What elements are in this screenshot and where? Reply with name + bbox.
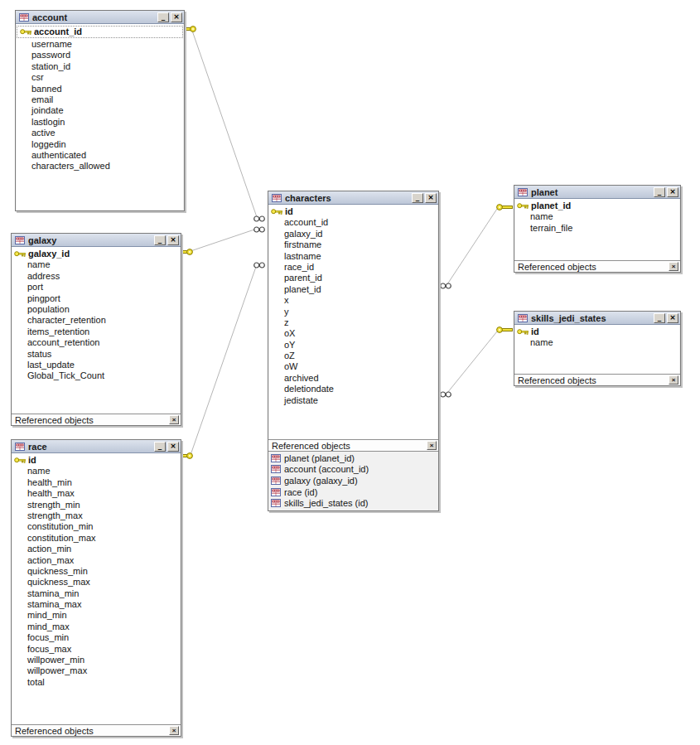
collapse-icon[interactable]: ×: [169, 415, 179, 424]
field-row[interactable]: name: [514, 211, 680, 222]
titlebar[interactable]: characters _ ×: [268, 191, 438, 205]
field-row[interactable]: oY: [268, 340, 438, 351]
field-row[interactable]: address: [12, 271, 181, 282]
field-row[interactable]: joindate: [16, 105, 184, 116]
referenced-object-row[interactable]: galaxy (galaxy_id): [268, 475, 438, 486]
field-row[interactable]: planet_id: [268, 284, 438, 295]
field-row[interactable]: willpower_max: [12, 665, 181, 676]
close-button[interactable]: ×: [425, 193, 437, 203]
titlebar[interactable]: account _ ×: [16, 11, 184, 24]
field-row[interactable]: username: [16, 39, 184, 50]
field-row[interactable]: strength_min: [12, 500, 181, 510]
referenced-objects-bar[interactable]: Referenced objects ×: [514, 374, 680, 385]
titlebar[interactable]: skills_jedi_states _ ×: [514, 312, 680, 325]
titlebar[interactable]: galaxy _ ×: [12, 234, 181, 247]
close-button[interactable]: ×: [167, 442, 179, 452]
field-row[interactable]: lastname: [268, 251, 438, 262]
field-row[interactable]: total: [12, 677, 181, 688]
field-row[interactable]: action_min: [12, 544, 181, 554]
field-row[interactable]: constitution_min: [12, 521, 181, 532]
field-row[interactable]: race_id: [268, 262, 438, 273]
minimize-button[interactable]: _: [154, 235, 166, 245]
field-row[interactable]: account_retention: [12, 337, 181, 348]
field-row[interactable]: jedistate: [268, 395, 438, 406]
field-row[interactable]: port: [12, 282, 181, 293]
close-button[interactable]: ×: [667, 313, 678, 323]
field-row[interactable]: active: [16, 128, 184, 138]
close-button[interactable]: ×: [171, 12, 182, 22]
field-row[interactable]: characters_allowed: [16, 161, 184, 172]
referenced-object-row[interactable]: account (account_id): [268, 464, 438, 476]
referenced-objects-bar[interactable]: Referenced objects ×: [12, 414, 181, 425]
field-row[interactable]: name: [514, 337, 680, 348]
referenced-object-row[interactable]: race (id): [268, 486, 438, 498]
field-row[interactable]: oX: [268, 328, 438, 339]
referenced-objects-bar[interactable]: Referenced objects ×: [268, 439, 438, 451]
field-row[interactable]: deletiondate: [268, 384, 438, 394]
close-button[interactable]: ×: [667, 187, 678, 197]
field-row[interactable]: account_id: [268, 217, 438, 228]
field-row[interactable]: focus_min: [12, 632, 181, 643]
key-field-row[interactable]: id: [514, 327, 680, 337]
field-row[interactable]: station_id: [16, 61, 184, 72]
field-row[interactable]: x: [268, 295, 438, 306]
key-field-row[interactable]: id: [268, 206, 438, 217]
field-row[interactable]: strength_max: [12, 510, 181, 521]
minimize-button[interactable]: _: [157, 12, 169, 22]
field-row[interactable]: oW: [268, 361, 438, 372]
field-row[interactable]: last_update: [12, 360, 181, 370]
field-row[interactable]: oZ: [268, 351, 438, 361]
field-row[interactable]: stamina_max: [12, 599, 181, 610]
field-row[interactable]: character_retention: [12, 315, 181, 326]
collapse-icon[interactable]: ×: [169, 726, 179, 735]
field-row[interactable]: password: [16, 50, 184, 60]
minimize-button[interactable]: _: [412, 193, 423, 203]
minimize-button[interactable]: _: [654, 313, 665, 323]
close-button[interactable]: ×: [167, 235, 179, 245]
field-row[interactable]: parent_id: [268, 273, 438, 283]
minimize-button[interactable]: _: [154, 442, 166, 452]
field-row[interactable]: email: [16, 94, 184, 105]
key-field-row[interactable]: account_id: [17, 26, 183, 38]
field-row[interactable]: authenticated: [16, 150, 184, 161]
field-row[interactable]: name: [12, 259, 181, 270]
titlebar[interactable]: race _ ×: [12, 440, 181, 453]
referenced-object-row[interactable]: skills_jedi_states (id): [268, 497, 438, 509]
field-row[interactable]: status: [12, 349, 181, 360]
field-row[interactable]: quickness_max: [12, 577, 181, 588]
field-row[interactable]: pingport: [12, 293, 181, 304]
field-row[interactable]: Global_Tick_Count: [12, 370, 181, 381]
field-row[interactable]: loggedin: [16, 139, 184, 150]
field-row[interactable]: constitution_max: [12, 533, 181, 544]
field-row[interactable]: health_min: [12, 477, 181, 488]
field-row[interactable]: csr: [16, 72, 184, 83]
collapse-icon[interactable]: ×: [669, 262, 678, 271]
field-row[interactable]: items_retention: [12, 327, 181, 337]
field-row[interactable]: willpower_min: [12, 655, 181, 665]
field-row[interactable]: z: [268, 317, 438, 328]
referenced-object-row[interactable]: planet (planet_id): [268, 452, 438, 464]
key-field-row[interactable]: galaxy_id: [12, 249, 181, 259]
field-row[interactable]: stamina_min: [12, 588, 181, 599]
titlebar[interactable]: planet _ ×: [514, 186, 680, 199]
referenced-objects-bar[interactable]: Referenced objects ×: [514, 260, 680, 272]
field-row[interactable]: y: [268, 307, 438, 317]
field-row[interactable]: terrain_file: [514, 223, 680, 234]
referenced-objects-bar[interactable]: Referenced objects ×: [12, 724, 181, 736]
key-field-row[interactable]: planet_id: [514, 201, 680, 211]
field-row[interactable]: name: [12, 466, 181, 477]
key-field-row[interactable]: id: [12, 455, 181, 466]
field-row[interactable]: action_max: [12, 555, 181, 566]
field-row[interactable]: mind_max: [12, 622, 181, 632]
minimize-button[interactable]: _: [654, 187, 665, 197]
field-row[interactable]: health_max: [12, 488, 181, 499]
field-row[interactable]: quickness_min: [12, 566, 181, 577]
collapse-icon[interactable]: ×: [669, 375, 678, 385]
field-row[interactable]: archived: [268, 373, 438, 384]
field-row[interactable]: firstname: [268, 239, 438, 250]
field-row[interactable]: lastlogin: [16, 117, 184, 128]
field-row[interactable]: focus_max: [12, 644, 181, 655]
collapse-icon[interactable]: ×: [427, 441, 437, 450]
field-row[interactable]: mind_min: [12, 610, 181, 621]
field-row[interactable]: banned: [16, 84, 184, 94]
